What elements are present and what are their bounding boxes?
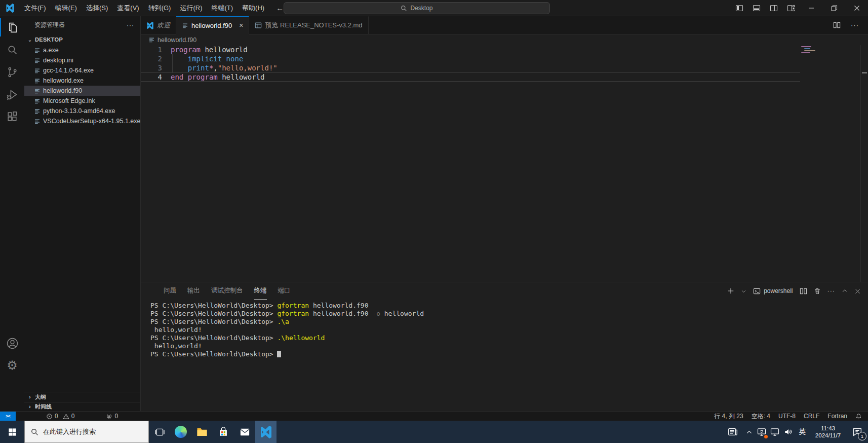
editor-tab[interactable]: 预览 RELEASE_NOTES-v3.2.md bbox=[249, 16, 368, 34]
code-editor[interactable]: 1program helloworld2 implicit none3 prin… bbox=[141, 45, 868, 282]
file-row[interactable]: helloworld.f90 bbox=[24, 86, 140, 96]
panel-tab[interactable]: 问题 bbox=[164, 282, 176, 300]
news-widget-icon[interactable] bbox=[723, 421, 743, 443]
timeline-section[interactable]: › 时间线 bbox=[24, 402, 140, 411]
indent-setting[interactable]: 空格: 4 bbox=[752, 412, 770, 421]
file-row[interactable]: gcc-14.1.0-64.exe bbox=[24, 65, 140, 76]
editor-more-actions-icon[interactable]: ··· bbox=[851, 21, 859, 29]
code-line[interactable]: 1program helloworld bbox=[141, 45, 800, 54]
network-icon[interactable] bbox=[768, 421, 781, 443]
menu-item[interactable]: 运行(R) bbox=[175, 3, 207, 14]
file-row[interactable]: Microsoft Edge.lnk bbox=[24, 96, 140, 106]
outline-section[interactable]: › 大纲 bbox=[24, 392, 140, 402]
back-arrow-icon[interactable]: ← bbox=[276, 4, 284, 12]
tray-expand-chevron-icon[interactable] bbox=[743, 421, 755, 443]
explorer-more-actions-icon[interactable]: ··· bbox=[127, 22, 134, 29]
mail-taskbar-icon[interactable] bbox=[234, 421, 255, 443]
account-icon[interactable] bbox=[0, 332, 24, 354]
file-name: helloworld.exe bbox=[43, 77, 84, 84]
vscode-window: 文件(F)编辑(E)选择(S)查看(V)转到(G)运行(R)终端(T)帮助(H)… bbox=[0, 0, 868, 443]
file-name: Microsoft Edge.lnk bbox=[43, 97, 95, 104]
explorer-icon[interactable] bbox=[0, 16, 24, 39]
customize-layout-icon[interactable] bbox=[782, 0, 800, 16]
source-control-icon[interactable] bbox=[0, 61, 24, 83]
encoding[interactable]: UTF-8 bbox=[778, 413, 796, 420]
breadcrumb[interactable]: helloworld.f90 bbox=[141, 34, 868, 45]
explorer-root-folder[interactable]: ⌄ DESKTOP bbox=[24, 34, 140, 45]
close-window-button[interactable] bbox=[845, 0, 868, 16]
file-row[interactable]: desktop.ini bbox=[24, 55, 140, 65]
file-row[interactable]: VSCodeUserSetup-x64-1.95.1.exe bbox=[24, 116, 140, 126]
menu-item[interactable]: 文件(F) bbox=[20, 3, 51, 14]
code-line[interactable]: 2 implicit none bbox=[141, 54, 800, 63]
panel-more-actions-icon[interactable]: ··· bbox=[827, 287, 836, 294]
command-center-search[interactable]: Desktop bbox=[284, 2, 550, 14]
file-name: gcc-14.1.0-64.exe bbox=[43, 67, 94, 74]
panel-tab-list: 问题输出调试控制台终端端口 bbox=[164, 282, 291, 300]
panel-tab[interactable]: 输出 bbox=[187, 282, 200, 300]
extensions-icon[interactable] bbox=[0, 105, 24, 128]
file-row[interactable]: python-3.13.0-amd64.exe bbox=[24, 106, 140, 116]
panel-tab[interactable]: 端口 bbox=[278, 282, 291, 300]
code-line[interactable]: 3 print*,"hello,world!" bbox=[141, 63, 800, 72]
search-scope-label: Desktop bbox=[410, 5, 432, 12]
tab-label: helloworld.f90 bbox=[191, 22, 232, 29]
start-button[interactable] bbox=[0, 421, 24, 443]
minimize-button[interactable] bbox=[800, 0, 822, 16]
terminal-output[interactable]: PS C:\Users\HelloWorld\Desktop> gfortran… bbox=[150, 302, 862, 409]
terminal-dropdown-icon[interactable] bbox=[741, 288, 746, 294]
split-editor-icon[interactable] bbox=[833, 21, 841, 29]
eol-setting[interactable]: CRLF bbox=[804, 413, 819, 420]
kill-terminal-icon[interactable] bbox=[814, 287, 821, 294]
panel-tab[interactable]: 调试控制台 bbox=[211, 282, 243, 300]
new-terminal-icon[interactable] bbox=[727, 287, 734, 294]
overview-ruler[interactable] bbox=[860, 45, 868, 282]
microsoft-store-taskbar-icon[interactable] bbox=[213, 421, 234, 443]
split-terminal-icon[interactable] bbox=[800, 287, 807, 295]
status-right: 行 4, 列 23 空格: 4 UTF-8 CRLF Fortran bbox=[714, 412, 868, 421]
edge-taskbar-icon[interactable] bbox=[170, 421, 191, 443]
menu-item[interactable]: 查看(V) bbox=[112, 3, 143, 14]
toggle-secondary-sidebar-icon[interactable] bbox=[765, 0, 782, 16]
menu-item[interactable]: 选择(S) bbox=[82, 3, 112, 14]
editor-tab[interactable]: 欢迎 bbox=[141, 16, 176, 34]
menu-item[interactable]: 编辑(E) bbox=[51, 3, 82, 14]
file-row[interactable]: a.exe bbox=[24, 45, 140, 55]
remote-indicator[interactable]: >< bbox=[0, 412, 16, 421]
windows-taskbar: 在此键入进行搜索 英 11:43 2024/11/7 1 bbox=[0, 421, 868, 443]
panel-tab[interactable]: 终端 bbox=[254, 282, 267, 300]
taskbar-clock[interactable]: 11:43 2024/11/7 bbox=[809, 421, 847, 443]
close-tab-icon[interactable]: × bbox=[239, 22, 243, 29]
bottom-panel: 问题输出调试控制台终端端口 powershell ··· PS C:\Users… bbox=[141, 282, 868, 411]
ports-indicator[interactable]: 0 bbox=[106, 413, 118, 420]
editor-tab[interactable]: helloworld.f90× bbox=[176, 16, 249, 34]
volume-icon[interactable] bbox=[781, 421, 795, 443]
terminal-instance[interactable]: powershell bbox=[753, 287, 793, 295]
minimap[interactable] bbox=[801, 46, 815, 54]
sync-status-icon[interactable] bbox=[755, 421, 768, 443]
settings-gear-icon[interactable]: ⚙ bbox=[0, 354, 24, 377]
run-debug-icon[interactable] bbox=[0, 83, 24, 105]
cursor-position[interactable]: 行 4, 列 23 bbox=[714, 412, 743, 421]
ime-indicator[interactable]: 英 bbox=[795, 421, 809, 443]
toggle-sidebar-icon[interactable] bbox=[731, 0, 748, 16]
close-panel-icon[interactable] bbox=[854, 288, 861, 294]
menu-item[interactable]: 帮助(H) bbox=[238, 3, 269, 14]
file-explorer-taskbar-icon[interactable] bbox=[191, 421, 213, 443]
search-sidebar-icon[interactable] bbox=[0, 39, 24, 61]
language-mode[interactable]: Fortran bbox=[827, 413, 847, 420]
file-icon bbox=[34, 108, 41, 115]
menu-item[interactable]: 转到(G) bbox=[144, 3, 176, 14]
vscode-taskbar-icon[interactable] bbox=[255, 421, 277, 443]
restore-button[interactable] bbox=[822, 0, 845, 16]
bell-icon[interactable] bbox=[855, 413, 862, 420]
menu-item[interactable]: 终端(T) bbox=[207, 3, 238, 14]
taskbar-search[interactable]: 在此键入进行搜索 bbox=[24, 421, 149, 443]
problems-indicator[interactable]: 0 0 bbox=[46, 413, 74, 420]
task-view-button[interactable] bbox=[149, 421, 170, 443]
code-line[interactable]: 4end program helloworld bbox=[141, 72, 800, 82]
toggle-panel-icon[interactable] bbox=[748, 0, 765, 16]
maximize-panel-icon[interactable] bbox=[842, 288, 848, 294]
action-center-button[interactable]: 1 bbox=[847, 421, 868, 443]
file-row[interactable]: helloworld.exe bbox=[24, 76, 140, 86]
